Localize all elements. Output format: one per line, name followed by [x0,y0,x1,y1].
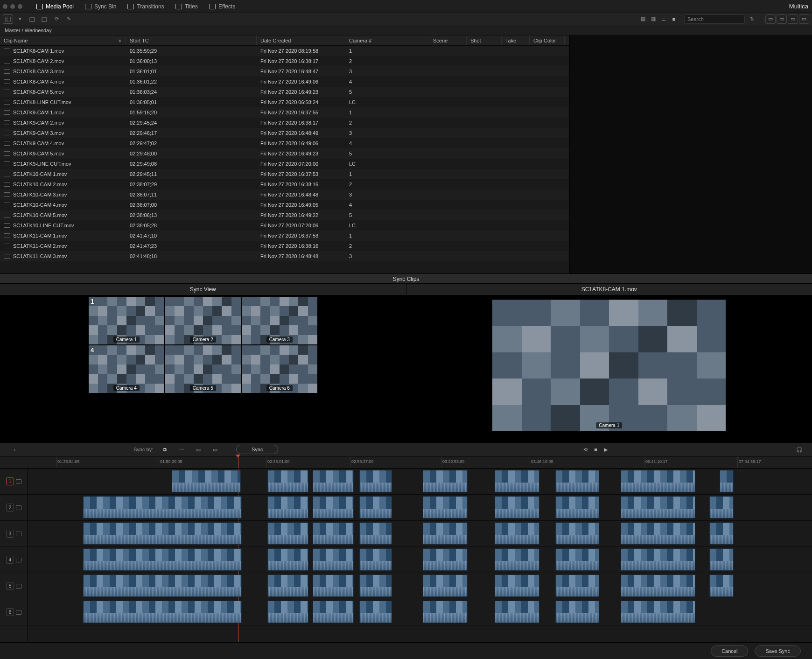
timeline-clip[interactable] [495,470,539,492]
table-row[interactable]: SC1ATK8-CAM 2.mov01:36:00;13Fri Nov 27 2… [0,56,569,66]
timeline-clip[interactable] [83,575,242,597]
timeline-clip[interactable] [495,522,539,545]
track-header-5[interactable]: 5 [0,573,28,599]
table-row[interactable]: SC1ATK10-CAM 4.mov02:38:07;00Fri Nov 27 … [0,200,569,210]
sort-options-icon[interactable]: ⇅ [747,14,757,24]
track-row[interactable] [28,547,812,573]
track-row[interactable] [28,469,812,495]
viewer-single-icon[interactable]: ▭ [765,14,776,24]
chevron-down-icon[interactable]: ▾ [15,14,25,24]
track-row[interactable] [28,599,812,625]
sync-by-in-icon[interactable]: ▭ [193,445,203,454]
timeline-clip[interactable] [709,575,734,597]
table-row[interactable]: SC1ATK11-CAM 1.mov02:41:47;10Fri Nov 27 … [0,231,569,241]
refresh-icon[interactable]: ⟳ [51,14,62,24]
list-view-icon[interactable]: ≡ [669,15,679,23]
breadcrumb[interactable]: Master / Wednesday [0,25,812,35]
headphones-icon[interactable]: 🎧 [796,447,803,453]
camera-tile[interactable]: 4Camera 4 [89,345,164,393]
timeline-clip[interactable] [709,496,734,519]
table-row[interactable]: SC1ATK10-CAM 1.mov02:29:45;11Fri Nov 27 … [0,169,569,179]
timeline-clip[interactable] [267,522,308,545]
play-icon[interactable]: ▶ [604,447,608,453]
import-icon[interactable] [27,14,37,24]
col-take[interactable]: Take [502,35,530,45]
table-row[interactable]: SC1ATK8-CAM 5.mov01:36:03;24Fri Nov 27 2… [0,87,569,97]
playhead[interactable] [238,456,238,468]
loop-icon[interactable]: ‹ [9,445,20,454]
timeline-clip[interactable] [621,470,695,492]
track-header-3[interactable]: 3 [0,521,28,547]
table-row[interactable]: SC1ATK11-CAM 3.mov02:41:48;18Fri Nov 27 … [0,251,569,261]
timeline-clip[interactable] [621,548,695,571]
table-row[interactable]: SC1ATK8-CAM 3.mov01:36:01;01Fri Nov 27 2… [0,66,569,77]
timeline-clip[interactable] [313,496,354,519]
timeline-clip[interactable] [267,575,308,597]
cancel-button[interactable]: Cancel [711,645,748,657]
sync-button[interactable]: Sync [236,445,278,454]
timeline-clip[interactable] [555,548,599,571]
table-row[interactable]: SC1ATK9-CAM 1.mov01:59:16;20Fri Nov 27 2… [0,107,569,118]
table-row[interactable]: SC1ATK8-CAM 1.mov01:35:59;29Fri Nov 27 2… [0,46,569,56]
timeline-clip[interactable] [495,496,539,519]
track-row[interactable] [28,573,812,599]
save-sync-button[interactable]: Save Sync [755,645,801,657]
track-header-1[interactable]: 1 [0,469,28,495]
timeline-clip[interactable] [267,470,308,492]
search-input[interactable]: Search [684,14,745,24]
table-row[interactable]: SC1ATK9-LINE CUT.mov02:29:49;08Fri Nov 2… [0,159,569,169]
timeline-clip[interactable] [359,601,392,623]
timeline-clip[interactable] [313,575,354,597]
table-row[interactable]: SC1ATK8-CAM 4.mov01:36:01;22Fri Nov 27 2… [0,77,569,87]
table-row[interactable]: SC1ATK10-CAM 3.mov02:38:07;11Fri Nov 27 … [0,189,569,200]
table-row[interactable]: SC1ATK9-CAM 5.mov02:29:48;00Fri Nov 27 2… [0,148,569,159]
metadata-view-icon[interactable]: ▦ [638,15,648,23]
timeline-clip[interactable] [83,601,242,623]
timeline-clip[interactable] [83,522,242,545]
timeline-clip[interactable] [621,575,695,597]
window-controls[interactable] [3,4,22,9]
timeline-clip[interactable] [555,601,599,623]
thumbnail-view-icon[interactable]: ▦ [649,15,658,23]
tab-titles[interactable]: Titles [170,0,203,13]
timeline-clip[interactable] [359,548,392,571]
table-row[interactable]: SC1ATK10-LINE CUT.mov02:38:05;28Fri Nov … [0,220,569,231]
track-row[interactable] [28,521,812,547]
sync-by-timecode-icon[interactable]: ⧉ [160,445,170,454]
loop-playback-icon[interactable]: ⟲ [583,447,588,453]
timeline-clip[interactable] [423,470,468,492]
timeline-clip[interactable] [83,548,242,571]
viewer-full-icon[interactable]: ▭ [799,14,809,24]
tab-media-pool[interactable]: Media Pool [31,0,79,13]
track-header-2[interactable]: 2 [0,495,28,521]
sidebar-toggle-icon[interactable] [3,14,13,24]
timeline-clip[interactable] [267,601,308,623]
import-folder-icon[interactable] [39,14,49,24]
timeline-clip[interactable] [313,522,354,545]
viewer-audio-icon[interactable]: ▭ [788,14,798,24]
camera-tile[interactable]: 1Camera 1 [89,297,164,344]
viewer-dual-icon[interactable]: ▭ [777,14,787,24]
col-camera[interactable]: Camera # [345,35,429,45]
timeline-clip[interactable] [313,548,354,571]
col-clip-color[interactable]: Clip Color [530,35,565,45]
timeline-clip[interactable] [267,496,308,519]
timeline-clip[interactable] [359,575,392,597]
sync-by-out-icon[interactable]: ▭ [210,445,220,454]
sync-by-audio-icon[interactable]: 〰 [176,445,187,454]
timeline-clip[interactable] [313,470,354,492]
table-row[interactable]: SC1ATK10-CAM 2.mov02:38:07;29Fri Nov 27 … [0,179,569,189]
wand-icon[interactable]: ✎ [63,14,74,24]
timeline-clip[interactable] [359,470,392,492]
tab-sync-bin[interactable]: Sync Bin [79,0,122,13]
timeline-clip[interactable] [359,522,392,545]
timeline-clip[interactable] [709,522,734,545]
table-row[interactable]: SC1ATK9-CAM 2.mov02:29:45;24Fri Nov 27 2… [0,118,569,128]
timeline-clip[interactable] [621,496,695,519]
timeline-clip[interactable] [709,548,734,571]
stop-icon[interactable]: ■ [594,447,597,453]
timeline-clip[interactable] [495,575,539,597]
track-row[interactable] [28,495,812,521]
col-date-created[interactable]: Date Created [257,35,345,45]
tab-effects[interactable]: Effects [203,0,241,13]
